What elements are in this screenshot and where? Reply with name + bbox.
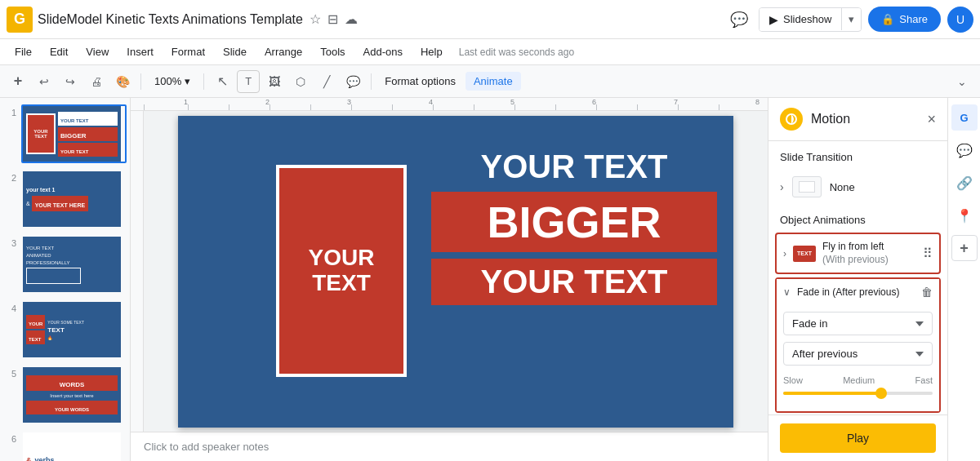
print-button[interactable]: 🖨 bbox=[85, 70, 108, 93]
text-box-button[interactable]: T bbox=[237, 70, 260, 93]
fade-in-header[interactable]: ∨ Fade in (After previous) 🗑 bbox=[777, 279, 939, 305]
motion-close-button[interactable]: × bbox=[927, 111, 936, 128]
zoom-label: 100% bbox=[154, 75, 181, 87]
toolbar-divider-3 bbox=[371, 73, 372, 90]
present-dropdown-button[interactable]: ▾ bbox=[841, 8, 861, 30]
menu-view[interactable]: View bbox=[78, 42, 117, 61]
right-strip: G 💬 🔗 📍 + bbox=[947, 98, 980, 461]
animate-button[interactable]: Animate bbox=[466, 72, 521, 91]
comment-toolbar-button[interactable]: 💬 bbox=[341, 70, 364, 93]
slide-canvas[interactable]: YOUR TEXT YOUR TEXT BIGGER YOUR bbox=[178, 116, 733, 428]
motion-title: Motion bbox=[811, 112, 927, 126]
doc-title: SlideModel Kinetic Texts Animations Temp… bbox=[38, 12, 303, 27]
fade-in-body: Fade in After previous Slow Medium Fast bbox=[777, 305, 939, 411]
speed-slow-label: Slow bbox=[783, 375, 803, 385]
menu-slide[interactable]: Slide bbox=[215, 42, 255, 61]
speed-slider-track[interactable] bbox=[783, 392, 933, 395]
slide-small-text: YOUR TEXT bbox=[481, 264, 668, 299]
format-options-button[interactable]: Format options bbox=[378, 72, 462, 91]
menu-help[interactable]: Help bbox=[412, 42, 451, 61]
menu-insert[interactable]: Insert bbox=[118, 42, 162, 61]
slide-thumbnail-6[interactable]: 6 & verbs bbox=[3, 431, 127, 461]
fade-in-label: Fade in (After previous) bbox=[797, 286, 915, 298]
toolbar-divider-1 bbox=[140, 73, 141, 90]
fade-in-animation-item: ∨ Fade in (After previous) 🗑 Fade in Aft… bbox=[775, 277, 941, 413]
slider-labels: Slow Medium Fast bbox=[783, 375, 933, 385]
slide-thumbnail-5[interactable]: 5 WORDS Insert your text here YOUR WORDS bbox=[3, 366, 127, 424]
undo-button[interactable]: ↩ bbox=[33, 70, 56, 93]
toolbar-divider-2 bbox=[203, 73, 204, 90]
fade-in-delete-button[interactable]: 🗑 bbox=[921, 286, 933, 299]
fade-trigger-select[interactable]: After previous bbox=[783, 342, 933, 366]
slide-num-6: 6 bbox=[3, 434, 16, 444]
speed-slider-fill bbox=[783, 392, 880, 395]
shapes-button[interactable]: ⬡ bbox=[289, 70, 312, 93]
transition-row[interactable]: › None bbox=[768, 170, 947, 204]
toolbar: + ↩ ↪ 🖨 🎨 100% ▾ ↖ T 🖼 ⬡ ╱ 💬 Format opti… bbox=[0, 65, 980, 98]
share-button[interactable]: 🔒 Share bbox=[868, 7, 941, 32]
motion-header: Motion × bbox=[768, 98, 947, 141]
line-button[interactable]: ╱ bbox=[315, 70, 338, 93]
strip-link-icon[interactable]: 🔗 bbox=[951, 170, 978, 196]
slide-thumbnail-1[interactable]: 1 YOURTEXT YOUR TEXT BIGGER YOUR TEXT bbox=[3, 104, 127, 163]
strip-plus-icon[interactable]: + bbox=[951, 235, 978, 261]
menu-edit[interactable]: Edit bbox=[42, 42, 76, 61]
fly-in-header[interactable]: › TEXT Fly in from left (With previous) … bbox=[777, 234, 939, 273]
present-button-group: ▶ Slideshow ▾ bbox=[759, 7, 862, 32]
menu-bar: File Edit View Insert Format Slide Arran… bbox=[0, 39, 980, 65]
slide-image-6[interactable]: & verbs bbox=[21, 431, 127, 461]
play-section: Play bbox=[768, 414, 947, 461]
strip-comment-icon[interactable]: 💬 bbox=[951, 137, 978, 163]
slide-thumbnail-3[interactable]: 3 YOUR TEXT ANIMATED PROFESSIONALLY bbox=[3, 235, 127, 294]
slide-transition-title: Slide Transition bbox=[768, 141, 947, 170]
speaker-notes[interactable]: Click to add speaker notes bbox=[131, 432, 768, 461]
menu-arrange[interactable]: Arrange bbox=[256, 42, 310, 61]
fly-in-chevron-icon: › bbox=[783, 248, 786, 259]
slide-thumbnail-2[interactable]: 2 your text 1 &YOUR TEXT HERE bbox=[3, 170, 127, 228]
zoom-button[interactable]: 100% ▾ bbox=[148, 72, 197, 91]
slide-image-2[interactable]: your text 1 &YOUR TEXT HERE bbox=[21, 170, 127, 228]
menu-format[interactable]: Format bbox=[163, 42, 213, 61]
slideshow-icon: ▶ bbox=[769, 13, 778, 26]
top-right: 💬 ▶ Slideshow ▾ 🔒 Share U bbox=[726, 7, 973, 33]
fly-in-label: Fly in from left (With previous) bbox=[822, 241, 916, 266]
speed-slider-thumb[interactable] bbox=[875, 388, 887, 399]
slide-image-1[interactable]: YOURTEXT YOUR TEXT BIGGER YOUR TEXT bbox=[21, 104, 127, 163]
motion-icon bbox=[780, 108, 803, 131]
fade-in-chevron-icon: ∨ bbox=[783, 286, 791, 298]
fade-type-select[interactable]: Fade in bbox=[783, 312, 933, 335]
fly-in-grid-icon[interactable]: ⠿ bbox=[923, 246, 933, 261]
strip-info-icon[interactable]: 📍 bbox=[951, 202, 978, 228]
present-main-button[interactable]: ▶ Slideshow bbox=[760, 8, 841, 31]
lock-icon: 🔒 bbox=[881, 13, 894, 25]
title-section: SlideModel Kinetic Texts Animations Temp… bbox=[38, 11, 721, 27]
strip-explore-icon[interactable]: G bbox=[951, 104, 978, 131]
redo-button[interactable]: ↪ bbox=[59, 70, 82, 93]
motion-body: Slide Transition › None Object Animation… bbox=[768, 141, 947, 414]
play-button[interactable]: Play bbox=[780, 423, 936, 453]
slide-num-2: 2 bbox=[3, 173, 16, 183]
menu-addons[interactable]: Add-ons bbox=[355, 42, 411, 61]
add-button[interactable]: + bbox=[7, 70, 29, 93]
slide-big-text: YOUR TEXT bbox=[481, 148, 668, 184]
menu-file[interactable]: File bbox=[7, 42, 40, 61]
image-button[interactable]: 🖼 bbox=[263, 70, 286, 93]
main-layout: 1 YOURTEXT YOUR TEXT BIGGER YOUR TEXT bbox=[0, 98, 980, 461]
comment-button[interactable]: 💬 bbox=[726, 7, 752, 33]
slide-image-3[interactable]: YOUR TEXT ANIMATED PROFESSIONALLY bbox=[21, 235, 127, 294]
speaker-notes-text: Click to add speaker notes bbox=[144, 441, 269, 453]
folder-icon[interactable]: ⊟ bbox=[327, 11, 338, 27]
cursor-button[interactable]: ↖ bbox=[211, 70, 234, 93]
star-icon[interactable]: ☆ bbox=[310, 11, 321, 27]
collapse-toolbar-button[interactable]: ⌄ bbox=[951, 70, 973, 93]
slide-panel: 1 YOURTEXT YOUR TEXT BIGGER YOUR TEXT bbox=[0, 98, 131, 461]
app-icon: G bbox=[7, 7, 33, 33]
canvas-center: YOUR TEXT YOUR TEXT BIGGER YOUR bbox=[144, 111, 768, 432]
share-label: Share bbox=[899, 13, 928, 25]
slide-image-4[interactable]: YOUR TEXT YOUR SOME TEXT TEXT 🔥 bbox=[21, 300, 127, 359]
menu-tools[interactable]: Tools bbox=[312, 42, 353, 61]
slide-image-5[interactable]: WORDS Insert your text here YOUR WORDS bbox=[21, 366, 127, 424]
slide-your-text-2: TEXT bbox=[312, 271, 371, 296]
paint-format-button[interactable]: 🎨 bbox=[111, 70, 134, 93]
slide-thumbnail-4[interactable]: 4 YOUR TEXT YOUR SOME TEXT TEXT 🔥 bbox=[3, 300, 127, 359]
